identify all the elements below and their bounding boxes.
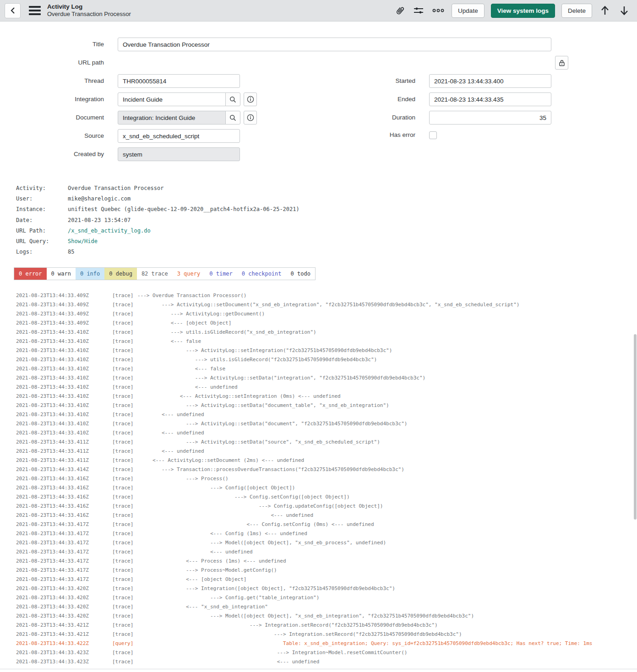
url-path-lock-button[interactable] [555, 56, 568, 70]
source-input[interactable] [118, 129, 240, 143]
summary-value[interactable]: /x_snd_eb_activity_log.do [68, 228, 151, 234]
log-line: 2021-08-23T13:44:33.417Z[trace] <--- [ob… [0, 575, 637, 584]
log-message: ---> Config.get("table_integration") [137, 593, 319, 602]
integration-info-button[interactable] [244, 92, 257, 106]
log-message: <--- undefined [137, 511, 313, 520]
log-level-badge[interactable]: 0 checkpoint [237, 268, 286, 280]
delete-button[interactable]: Delete [561, 4, 592, 18]
log-level-tag: [trace] [112, 319, 137, 328]
log-line: 2021-08-23T13:44:33.416Z[trace] ---> Con… [0, 493, 637, 502]
update-button[interactable]: Update [452, 4, 485, 18]
log-level-badge[interactable]: 0 debug [104, 268, 137, 280]
log-line: 2021-08-23T13:44:33.417Z[trace] <--- Con… [0, 520, 637, 529]
log-message: ---> Config([object Object]) [137, 483, 295, 493]
log-message: <--- undefined [137, 428, 204, 438]
log-level-tag: [query] [112, 639, 137, 648]
integration-lookup-button[interactable] [225, 92, 240, 106]
summary-label: URL Path: [16, 226, 68, 236]
log-level-filter-bar: 0 error0 warn0 info0 debug82 trace3 quer… [14, 267, 316, 280]
started-input[interactable] [429, 74, 551, 88]
more-icon [432, 8, 444, 13]
view-system-logs-button[interactable]: View system logs [491, 4, 555, 18]
menu-icon[interactable] [29, 6, 41, 15]
log-line: 2021-08-23T13:44:33.410Z[trace] ---> Act… [0, 374, 637, 383]
log-timestamp: 2021-08-23T13:44:33.416Z [16, 502, 112, 511]
summary-label: Activity: [16, 183, 68, 194]
log-timestamp: 2021-08-23T13:44:33.423Z [16, 648, 112, 657]
log-level-badge[interactable]: 3 query [173, 268, 205, 280]
log-message: ---> Integration.setRecord("f2cb32751b45… [137, 630, 462, 639]
log-level-badge[interactable]: 0 error [14, 268, 47, 280]
log-timestamp: 2021-08-23T13:44:33.417Z [16, 538, 112, 547]
summary-label: Logs: [16, 247, 68, 257]
info-icon [247, 114, 254, 121]
log-timestamp: 2021-08-23T13:44:33.409Z [16, 309, 112, 319]
personalize-form-button[interactable] [412, 5, 425, 16]
log-level-tag: [trace] [112, 309, 137, 319]
more-options-button[interactable] [431, 7, 445, 14]
summary-value: 85 [68, 249, 74, 255]
log-level-tag: [trace] [112, 419, 137, 428]
page-title: Activity Log [47, 3, 131, 11]
log-level-badge[interactable]: 82 trace [137, 268, 173, 280]
log-timestamp: 2021-08-23T13:44:33.417Z [16, 520, 112, 529]
summary-value[interactable]: Show/Hide [68, 238, 98, 244]
log-message: ---> ActivityLog::setData("source", "x_s… [137, 438, 380, 447]
summary-row: Activity:Overdue Transaction Processor [16, 183, 299, 194]
thread-input[interactable] [118, 74, 240, 88]
log-message: ---> Integration~Model.resetCommitCounte… [137, 648, 407, 657]
log-line: 2021-08-23T13:44:33.410Z[trace] ---> Act… [0, 346, 637, 355]
log-timestamp: 2021-08-23T13:44:33.420Z [16, 593, 112, 602]
document-info-button[interactable] [244, 111, 257, 125]
log-line: 2021-08-23T13:44:33.420Z[trace] ---> Con… [0, 593, 637, 602]
search-icon [229, 114, 236, 121]
log-level-tag: [trace] [112, 511, 137, 520]
log-timestamp: 2021-08-23T13:44:33.421Z [16, 630, 112, 639]
title-input[interactable] [118, 38, 551, 51]
integration-input[interactable] [118, 92, 226, 106]
log-line: 2021-08-23T13:44:33.420Z[trace] ---> Mod… [0, 612, 637, 621]
log-message: <--- Process (1ms) <--- undefined [137, 557, 286, 566]
log-line: 2021-08-23T13:44:33.409Z[trace] <--- [ob… [0, 319, 637, 328]
summary-label: User: [16, 194, 68, 204]
log-level-badge[interactable]: 0 todo [286, 268, 315, 280]
document-input[interactable] [118, 111, 226, 125]
log-level-tag: [trace] [112, 547, 137, 557]
log-line: 2021-08-23T13:44:33.410Z[trace] ---> uti… [0, 328, 637, 337]
log-line: 2021-08-23T13:44:33.416Z[trace] ---> Pro… [0, 474, 637, 483]
info-icon [247, 96, 254, 103]
log-timestamp: 2021-08-23T13:44:33.420Z [16, 584, 112, 593]
search-icon [229, 96, 236, 103]
log-level-tag: [trace] [112, 502, 137, 511]
ended-input[interactable] [429, 92, 551, 106]
created-by-input[interactable] [118, 147, 240, 161]
attachment-button[interactable] [394, 4, 406, 17]
log-timestamp: 2021-08-23T13:44:33.416Z [16, 493, 112, 502]
duration-input[interactable] [429, 111, 551, 125]
log-message: ---> Integration.setRecord("f2cb32751b45… [137, 621, 438, 630]
has-error-checkbox[interactable] [429, 131, 437, 139]
thread-label: Thread [0, 74, 104, 88]
log-message: <--- [object Object] [137, 575, 246, 584]
back-button[interactable] [5, 3, 21, 18]
log-line: 2021-08-23T13:44:33.417Z[trace] <--- und… [0, 547, 637, 557]
log-message: ---> ActivityLog::setDocument("x_snd_eb_… [137, 300, 519, 309]
log-level-tag: [trace] [112, 447, 137, 456]
document-lookup-button[interactable] [225, 111, 240, 125]
previous-record-button[interactable] [599, 5, 611, 16]
log-timestamp: 2021-08-23T13:44:33.417Z [16, 557, 112, 566]
log-level-badge[interactable]: 0 info [76, 268, 104, 280]
created-by-label: Created by [0, 147, 104, 161]
log-level-badge[interactable]: 0 warn [47, 268, 76, 280]
header-titles: Activity Log Overdue Transaction Process… [47, 3, 131, 18]
log-message: ---> Process() [137, 474, 229, 483]
log-message: ---> ActivityLog::setData("document_tabl… [137, 401, 389, 410]
next-record-button[interactable] [618, 5, 631, 16]
log-timestamp: 2021-08-23T13:44:33.411Z [16, 456, 112, 465]
duration-label: Duration [311, 111, 415, 125]
log-timestamp: 2021-08-23T13:44:33.422Z [16, 639, 112, 648]
log-timestamp: 2021-08-23T13:44:33.420Z [16, 612, 112, 621]
log-message: ---> Config.updateConfig([object Object]… [137, 502, 383, 511]
log-level-badge[interactable]: 0 timer [205, 268, 237, 280]
vertical-scrollbar[interactable] [634, 334, 637, 520]
